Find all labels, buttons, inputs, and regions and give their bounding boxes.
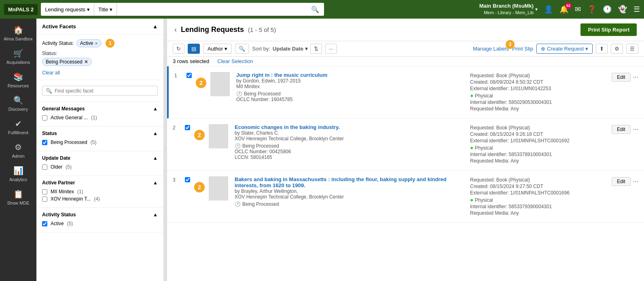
fulfillment-icon: ✔ [15,119,22,129]
mail-icon[interactable]: ✉ [575,5,581,14]
facet-checkbox[interactable] [42,140,47,145]
annotation-badge-1: 1 [106,39,114,48]
sort-direction-button[interactable]: ⇅ [310,44,322,54]
record-checkbox[interactable] [186,72,192,79]
facet-search-input[interactable] [55,88,154,94]
clear-all-link[interactable]: Clear all [42,70,158,76]
notification-badge[interactable]: 🔔 52 [559,5,568,14]
author-dropdown[interactable]: Author ▾ [203,44,232,54]
collapse-icon: ▲ [153,106,158,112]
print-slip-report-button[interactable]: Print Slip Report [580,23,637,36]
chevron-down-icon: ▾ [535,6,538,12]
sort-dropdown[interactable]: Update Date ▾ [273,46,308,52]
sidebar-item-resources[interactable]: 📚 Resources [2,69,34,91]
physical-dot: ● [470,92,473,99]
facet-checkbox[interactable] [42,221,47,226]
search-field-dropdown[interactable]: Title ▾ [94,3,117,16]
collapse-icon: ▲ [153,155,158,161]
clear-selection-link[interactable]: Clear Selection [217,58,253,64]
sidebar-item-discovery[interactable]: 🔍 Discovery [2,92,34,115]
record-info: Jump right in : the music curriculum by … [234,72,466,102]
user-icon[interactable]: 👤 [544,5,553,14]
more-actions-button[interactable]: ··· [633,74,638,81]
record-thumbnail [210,72,230,96]
sidebar-item-show-mde[interactable]: 📋 Show MDE [2,186,34,209]
nav-right: Main Branch (MsuMk) Mem - Library - Mem_… [479,2,640,16]
table-row: 2 2 Economic changes in the baking indus… [167,118,644,171]
toolbar-actions: Manage Labels 3 Print Slip ⊕ Create Requ… [473,44,638,54]
sidebar-item-admin[interactable]: ⚙ Admin [2,139,34,162]
selection-bar: 3 rows selected Clear Selection [167,57,644,66]
record-checkbox[interactable] [185,124,190,131]
facets-header: Active Facets ▲ [36,19,163,35]
status-header[interactable]: Status ▲ [42,131,158,136]
record-actions: Edit ··· [612,124,638,134]
status-tag[interactable]: Being Processed ✕ [42,58,92,66]
sidebar-item-alma-sandbox[interactable]: 🏠 Alma Sandbox [2,22,34,44]
table-view-button[interactable]: ▤ [188,44,200,54]
record-number: 2 [173,124,181,131]
discovery-icon: 🔍 [13,95,23,105]
activity-status-tag[interactable]: Active ✕ [76,39,102,47]
brand-logo[interactable]: MnPALS 2 [4,4,38,15]
settings-button[interactable]: ⚙ [611,44,623,54]
edit-button[interactable]: Edit [612,177,631,186]
refresh-button[interactable]: ↻ [173,44,184,54]
facet-checkbox[interactable] [42,196,47,202]
annotation-badge-2: 2 [196,78,206,88]
menu-icon[interactable]: ☰ [633,5,640,14]
search-icon: 🔍 [46,88,52,94]
list-view-button[interactable]: ☰ [626,44,638,54]
sidebar-item-acquisitions[interactable]: 🛒 Acquisitions [2,45,34,68]
facet-item: Active (5) [42,221,158,226]
facet-item: Being Processed (5) [42,139,158,145]
facet-checkbox[interactable] [42,189,47,194]
profile-icon[interactable]: 👻 [618,5,627,14]
chevron-down-icon: ▾ [225,46,227,52]
record-metadata: Requested: Book (Physical) Created: 08/1… [470,176,608,217]
annotation-badge-3: 3 [506,40,515,49]
search-input[interactable] [117,6,306,13]
create-request-dropdown[interactable]: ⊕ Create Request ▾ [536,44,593,54]
sidebar-item-analytics[interactable]: 📊 Analytics [2,163,34,185]
show-mde-icon: 📋 [13,189,23,199]
update-date-header[interactable]: Update Date ▲ [42,155,158,161]
record-title[interactable]: Bakers and baking in Massachusetts : inc… [235,176,466,188]
analytics-icon: 📊 [13,166,23,175]
record-checkbox[interactable] [185,176,190,184]
record-status: 🕐 Being Processed [236,91,466,97]
activity-status-header[interactable]: Activity Status ▲ [42,212,158,218]
remove-activity-status[interactable]: ✕ [95,41,98,46]
facets-collapse-icon[interactable]: ▲ [153,23,158,30]
record-title[interactable]: Jump right in : the music curriculum [236,72,466,78]
facet-checkbox[interactable] [42,165,47,170]
manage-labels-link[interactable]: Manage Labels [473,46,509,52]
collapse-icon: ▲ [153,131,158,136]
toolbar: ↻ ▤ Author ▾ 🔍 Sort by: Update Date ▾ ⇅ … [167,41,644,57]
being-processed-tag-row: Being Processed ✕ [42,58,158,68]
help-icon[interactable]: ❓ [587,5,596,14]
facet-checkbox[interactable] [42,115,47,120]
general-messages-header[interactable]: General Messages ▲ [42,106,158,112]
record-title[interactable]: Economic changes in the baking industry. [235,124,466,130]
edit-button[interactable]: Edit [612,125,631,134]
chevron-down-icon: ▾ [585,46,588,52]
remove-status[interactable]: ✕ [84,59,88,65]
panel-resizer[interactable]: ⋮ [164,19,167,281]
branch-info[interactable]: Main Branch (MsuMk) Mem - Library - Mem_… [479,2,538,16]
print-slip-link[interactable]: Print Slip [512,46,533,52]
export-button[interactable]: ⬆ [596,44,608,54]
more-actions-button[interactable]: ··· [633,178,638,185]
sidebar-item-fulfillment[interactable]: ✔ Fulfillment [2,116,34,138]
back-button[interactable]: ‹ [174,25,177,34]
search-type-dropdown[interactable]: Lending requests ▾ [41,3,94,16]
more-options-button[interactable]: ··· [325,44,337,54]
status-section: Status ▲ Being Processed (5) [36,127,163,151]
more-actions-button[interactable]: ··· [633,126,638,133]
edit-button[interactable]: Edit [612,73,631,82]
active-partner-header[interactable]: Active Partner ▲ [42,180,158,186]
search-button[interactable]: 🔍 [306,6,324,13]
search-author-button[interactable]: 🔍 [235,44,249,54]
record-status: 🕐 Being Processed [235,143,466,149]
clock-icon[interactable]: 🕐 [603,5,612,14]
